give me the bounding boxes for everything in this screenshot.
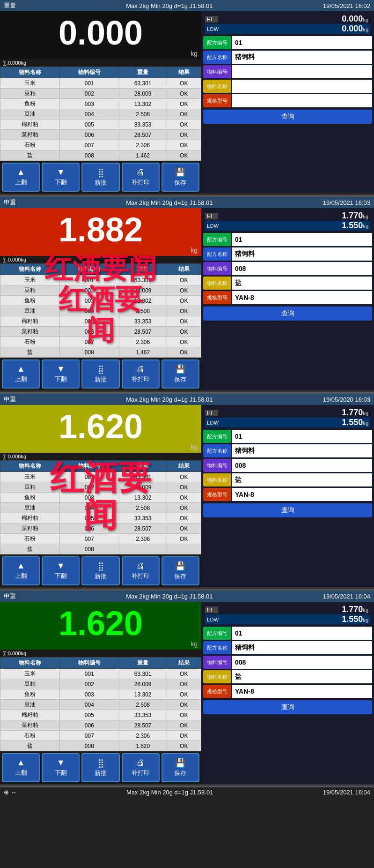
formula-name-row: 配方名称 猪饲料 (203, 641, 372, 654)
table-cell: 豆粕 (0, 89, 60, 99)
table-cell: OK (167, 99, 201, 109)
low-label: LOW (205, 419, 220, 426)
header-left: 申重 (4, 198, 16, 207)
button-row: ▲ 上翻 ▼ 下翻 ⣿ 新批 🖨 补打印 💾 保存 (0, 751, 201, 784)
table-cell: 63.301 (119, 275, 167, 285)
formula-no-label: 配方编号 (203, 627, 231, 640)
btn-下翻[interactable]: ▼ 下翻 (42, 556, 80, 585)
low-unit: kg (363, 618, 368, 623)
保存-label: 保存 (174, 769, 186, 778)
table-row: 石粉0072.306OK (0, 140, 201, 150)
保存-label: 保存 (174, 375, 186, 384)
btn-下翻[interactable]: ▼ 下翻 (42, 753, 80, 782)
table-cell: 006 (59, 130, 119, 140)
btn-下翻[interactable]: ▼ 下翻 (42, 163, 80, 192)
table-cell: OK (167, 689, 201, 700)
table-cell: 28.507 (119, 524, 167, 534)
data-table: 物料名称物料编号重量结果 玉米00163.301OK 豆粕00228.009OK… (0, 460, 201, 554)
table-cell: 2.306 (119, 731, 167, 741)
保存-icon: 💾 (175, 561, 185, 571)
btn-下翻[interactable]: ▼ 下翻 (42, 359, 80, 389)
button-row: ▲ 上翻 ▼ 下翻 ⣿ 新批 🖨 补打印 💾 保存 (0, 554, 201, 587)
table-header: 重量 (119, 264, 167, 275)
query-button[interactable]: 查询 (203, 307, 372, 321)
spec-row: 规格型号 YAN-8 (203, 291, 372, 304)
table-cell: 28.507 (119, 130, 167, 140)
button-row: ▲ 上翻 ▼ 下翻 ⣿ 新批 🖨 补打印 💾 保存 (0, 358, 201, 390)
data-table: 物料名称物料编号重量结果 玉米00163.301OK 豆粕00228.009OK… (0, 657, 201, 751)
btn-保存[interactable]: 💾 保存 (161, 753, 199, 782)
table-cell: 008 (59, 150, 119, 161)
table-header: 物料编号 (59, 658, 119, 669)
新批-label: 新批 (95, 769, 107, 778)
table-header: 物料编号 (59, 461, 119, 472)
table-cell: 28.009 (119, 679, 167, 689)
table-cell: 005 (59, 710, 119, 720)
scale-left: 1.620 kg ∑:0.000kg 物料名称物料编号重量结果 玉米001 (0, 405, 201, 587)
btn-上翻[interactable]: ▲ 上翻 (2, 359, 40, 389)
table-cell: 004 (59, 306, 119, 316)
table-cell: OK (167, 78, 201, 89)
下翻-icon: ▼ (57, 758, 65, 768)
formula-name-value: 猪饲料 (232, 51, 372, 64)
table-cell: OK (167, 120, 201, 130)
table-cell: 005 (59, 513, 119, 524)
low-unit: kg (363, 224, 368, 229)
btn-上翻[interactable]: ▲ 上翻 (2, 753, 40, 782)
table-cell: 2.306 (119, 140, 167, 150)
table-row: 棉籽粕00533.353OK (0, 120, 201, 130)
material-name-value: 盐 (232, 670, 372, 683)
btn-新批[interactable]: ⣿ 新批 (81, 556, 119, 585)
table-cell: 004 (59, 503, 119, 513)
btn-保存[interactable]: 💾 保存 (161, 163, 199, 192)
main-display: 1.882 kg ∑:0.000kg 物料名称物料编号重量结果 玉米001 (0, 208, 374, 390)
hi-row: HI 1.770kg LOW 1.550kg (203, 210, 372, 232)
table-cell: 盐 (0, 347, 60, 358)
table-row: 豆粕00228.009OK (0, 285, 201, 296)
table-cell: 豆油 (0, 109, 60, 120)
table-header: 物料名称 (0, 264, 60, 275)
hi-value: 1.770kg (218, 605, 370, 614)
table-cell: OK (167, 679, 201, 689)
table-cell: 003 (59, 99, 119, 109)
data-table: 物料名称物料编号重量结果 玉米00163.301OK 豆粕00228.009OK… (0, 67, 201, 161)
table-cell: OK (167, 720, 201, 731)
table-cell: 2.508 (119, 700, 167, 710)
btn-补打印[interactable]: 🖨 补打印 (122, 753, 160, 782)
btn-新批[interactable]: ⣿ 新批 (81, 753, 119, 782)
table-row: 石粉0072.306OK (0, 731, 201, 741)
btn-上翻[interactable]: ▲ 上翻 (2, 556, 40, 585)
panel-panel1: 重量 Max 2kg Min 20g d=1g J1.58.01 19/05/2… (0, 0, 374, 195)
btn-新批[interactable]: ⣿ 新批 (81, 163, 119, 192)
hi-value: 0.000kg (218, 14, 370, 24)
新批-icon: ⣿ (98, 758, 104, 768)
table-cell: OK (167, 275, 201, 285)
btn-上翻[interactable]: ▲ 上翻 (2, 163, 40, 192)
btn-补打印[interactable]: 🖨 补打印 (122, 163, 160, 192)
table-cell: OK (167, 513, 201, 524)
上翻-icon: ▲ (17, 167, 25, 177)
formula-name-value: 猪饲料 (232, 641, 372, 654)
query-button[interactable]: 查询 (203, 503, 372, 517)
table-cell: 鱼粉 (0, 689, 60, 700)
btn-保存[interactable]: 💾 保存 (161, 359, 199, 389)
query-button[interactable]: 查询 (203, 110, 372, 124)
low-value: 1.550kg (220, 418, 370, 427)
formula-name-row: 配方名称 猪饲料 (203, 444, 372, 457)
material-name-value: 盐 (232, 473, 372, 486)
scale-left: 1.620 kg ∑:0.000kg 物料名称物料编号重量结果 玉米001 (0, 602, 201, 784)
table-cell: 002 (59, 482, 119, 493)
table-cell: 003 (59, 689, 119, 700)
header-center: Max 2kg Min 20g d=1g J1.58.01 (16, 199, 323, 206)
btn-补打印[interactable]: 🖨 补打印 (122, 359, 160, 389)
btn-补打印[interactable]: 🖨 补打印 (122, 556, 160, 585)
spec-value (232, 94, 372, 107)
formula-name-label: 配方名称 (203, 247, 231, 261)
btn-新批[interactable]: ⣿ 新批 (81, 359, 119, 389)
table-row: 鱼粉00313.302OK (0, 493, 201, 503)
table-cell: 玉米 (0, 472, 60, 482)
table-header: 结果 (167, 461, 201, 472)
btn-保存[interactable]: 💾 保存 (161, 556, 199, 585)
query-button[interactable]: 查询 (203, 700, 372, 714)
保存-icon: 💾 (175, 364, 185, 374)
